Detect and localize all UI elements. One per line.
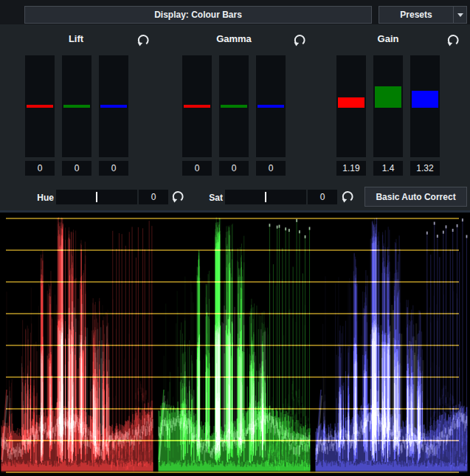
- top-bar: Display: Colour Bars Presets: [0, 0, 470, 24]
- lift-red-value[interactable]: 0: [25, 161, 55, 176]
- reset-circular-arrow-icon: [446, 33, 460, 46]
- lift-red-slider[interactable]: [25, 55, 55, 157]
- gamma-red-handle[interactable]: [184, 105, 210, 108]
- hue-label: Hue: [28, 191, 54, 204]
- lift-green-value[interactable]: 0: [62, 161, 91, 176]
- presets-button[interactable]: Presets: [379, 6, 467, 24]
- hue-slider-handle[interactable]: [96, 192, 97, 202]
- hue-value[interactable]: 0: [139, 190, 168, 204]
- gain-green-slider[interactable]: [373, 55, 403, 157]
- gain-red-slider[interactable]: [336, 55, 366, 157]
- lift-green-handle[interactable]: [63, 105, 90, 108]
- caret-down-icon: [457, 13, 463, 17]
- basic-auto-correct-button[interactable]: Basic Auto Correct: [364, 187, 467, 207]
- presets-dropdown-arrow[interactable]: [453, 7, 466, 23]
- gamma-red-value[interactable]: 0: [182, 161, 212, 176]
- gain-red-handle[interactable]: [338, 97, 364, 108]
- lift-green-slider[interactable]: [62, 55, 91, 157]
- gamma-blue-value[interactable]: 0: [256, 161, 286, 176]
- gain-green-handle[interactable]: [375, 86, 401, 108]
- gamma-green-slider[interactable]: [219, 55, 249, 157]
- display-mode-button[interactable]: Display: Colour Bars: [24, 6, 372, 24]
- gain-blue-handle[interactable]: [412, 91, 438, 108]
- gamma-green-value[interactable]: 0: [219, 161, 249, 176]
- lift-blue-handle[interactable]: [100, 105, 127, 108]
- rgb-parade-canvas: [0, 213, 470, 476]
- gamma-blue-slider[interactable]: [256, 55, 286, 157]
- hue-reset-button[interactable]: [170, 189, 184, 203]
- gain-blue-value[interactable]: 1.32: [410, 161, 440, 176]
- reset-circular-arrow-icon: [293, 33, 306, 46]
- gain-green-value[interactable]: 1.4: [373, 161, 403, 176]
- sat-slider-handle[interactable]: [265, 192, 266, 202]
- gain-blue-slider[interactable]: [410, 55, 440, 157]
- gain-red-value[interactable]: 1.19: [336, 161, 366, 176]
- lift-blue-slider[interactable]: [99, 55, 128, 157]
- lift-reset-button[interactable]: [136, 32, 150, 46]
- sat-label: Sat: [198, 191, 223, 204]
- gamma-label: Gamma: [190, 33, 278, 44]
- lift-blue-value[interactable]: 0: [99, 161, 128, 176]
- sat-slider[interactable]: [225, 190, 306, 204]
- gain-reset-button[interactable]: [446, 32, 460, 46]
- lift-red-handle[interactable]: [27, 105, 53, 108]
- hue-slider[interactable]: [56, 190, 137, 204]
- gamma-reset-button[interactable]: [292, 32, 306, 46]
- gamma-red-slider[interactable]: [182, 55, 212, 157]
- reset-circular-arrow-icon: [171, 190, 184, 203]
- gamma-blue-handle[interactable]: [258, 105, 284, 108]
- gain-label: Gain: [344, 33, 432, 44]
- gamma-green-handle[interactable]: [221, 105, 247, 108]
- reset-circular-arrow-icon: [136, 33, 150, 46]
- colour-correct-panel: Display: Colour Bars Presets Lift Gamma …: [0, 0, 470, 476]
- waveform-scope: [0, 210, 470, 476]
- sat-reset-button[interactable]: [340, 189, 354, 203]
- sat-value[interactable]: 0: [308, 190, 337, 204]
- lift-label: Lift: [32, 33, 120, 44]
- presets-label: Presets: [379, 10, 453, 20]
- reset-circular-arrow-icon: [341, 190, 354, 203]
